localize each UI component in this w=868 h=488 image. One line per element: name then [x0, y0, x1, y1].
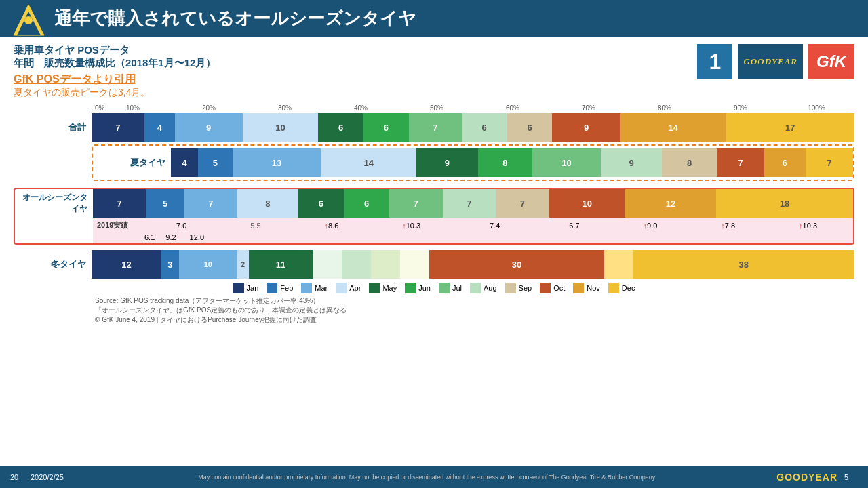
- jisseki-v4: ↑10.3: [402, 222, 420, 230]
- legend-aug: Aug: [470, 283, 497, 293]
- jisseki-r2-v2: 9.2: [165, 233, 176, 241]
- seg-natsu-sep: 8: [662, 148, 716, 177]
- legend-label-apr: Apr: [349, 284, 361, 292]
- legend-jul: Jul: [439, 283, 462, 293]
- seg-fuyu-apr: 2: [237, 250, 249, 279]
- bar-fuyutaiya: 12 3 10 2 11 30 38: [92, 250, 854, 279]
- seg-natsu-dec: 7: [806, 148, 853, 177]
- seg-all-oct: 10: [549, 189, 625, 218]
- legend-apr: Apr: [336, 283, 361, 293]
- legend-feb: Feb: [267, 283, 293, 293]
- legend-color-oct: [540, 283, 551, 293]
- legend-jun: Jun: [405, 283, 431, 293]
- seg-gokei-jul: 7: [409, 113, 462, 142]
- seg-fuyu-oct: 30: [429, 250, 604, 279]
- svg-point-2: [24, 16, 33, 24]
- legend-dec: Dec: [608, 283, 635, 293]
- seg-fuyu-blank2: [342, 250, 371, 279]
- row-label-gokei: 合計: [14, 121, 92, 134]
- footer-date: 2020/2/25: [31, 473, 78, 481]
- seg-gokei-nov: 14: [620, 113, 726, 142]
- badge-number: 1: [697, 44, 732, 79]
- legend-label-sep: Sep: [519, 284, 532, 292]
- legend-color-nov: [573, 283, 584, 293]
- jisseki-r2-v3: 12.0: [190, 233, 204, 241]
- subtitle-left: 乗用車タイヤ POSデータ 年間 販売数量構成比（2018年1月〜12月） Gf…: [14, 44, 216, 99]
- seg-fuyu-blank1: [313, 250, 342, 279]
- seg-fuyu-feb: 3: [161, 250, 179, 279]
- subtitle-right: 1 GOODYEAR GfK: [697, 44, 854, 79]
- seg-gokei-dec: 17: [726, 113, 854, 142]
- jisseki-v5: 7.4: [490, 222, 500, 230]
- seg-fuyu-jan: 12: [92, 250, 161, 279]
- seg-all-may: 6: [298, 189, 344, 218]
- gfk-logo: GfK: [808, 44, 854, 79]
- legend-color-feb: [267, 283, 277, 293]
- dashed-natsutaiya-box: 夏タイヤ 4 5 13 14 9 8 10 9 8 7 6 7: [92, 144, 854, 181]
- jisseki-label: 2019実績: [97, 220, 144, 230]
- header-bar: 通年で購入されているオールシーズンタイヤ: [0, 0, 868, 37]
- seg-gokei-mar: 9: [175, 113, 243, 142]
- jisseki-row2-vals: 6.1 9.2 12.0: [144, 233, 849, 241]
- seg-fuyu-may: 11: [249, 250, 313, 279]
- seg-gokei-oct: 9: [552, 113, 620, 142]
- seg-natsu-jan: 4: [171, 148, 198, 177]
- spacer1: [14, 182, 854, 186]
- seg-all-aug: 7: [443, 189, 496, 218]
- legend-label-dec: Dec: [622, 284, 635, 292]
- bar-natsutaiya: 4 5 13 14 9 8 10 9 8 7 6 7: [171, 148, 853, 177]
- seg-gokei-jan: 7: [92, 113, 144, 142]
- footer-disclaimer: May contain confidential and/or propriet…: [78, 474, 776, 481]
- subtitle-title-line2: 年間 販売数量構成比（2018年1月〜12月）: [14, 57, 216, 70]
- seg-fuyu-dec: 38: [633, 250, 854, 279]
- legend-nov: Nov: [573, 283, 600, 293]
- legend-color-aug: [470, 283, 481, 293]
- seg-natsu-feb: 5: [198, 148, 232, 177]
- jisseki-v8: ↑7.8: [721, 222, 735, 230]
- legend-label-feb: Feb: [280, 284, 293, 292]
- seg-natsu-may: 9: [416, 148, 478, 177]
- legend-label-jan: Jan: [247, 284, 259, 292]
- legend-color-may: [369, 283, 380, 293]
- seg-all-dec: 18: [716, 189, 853, 218]
- legend-color-mar: [301, 283, 312, 293]
- legend-label-oct: Oct: [553, 284, 565, 292]
- header-logo-icon: [7, 1, 51, 39]
- legend-color-sep: [505, 283, 516, 293]
- legend-oct: Oct: [540, 283, 565, 293]
- seg-natsu-mar: 13: [233, 148, 321, 177]
- row-fuyutaiya: 冬タイヤ 12 3 10 2 11 30 38: [14, 250, 854, 279]
- seg-all-jan: 7: [93, 189, 146, 218]
- source-line1: Source: GfK POS tracking data（アフターマーケット推…: [95, 296, 854, 306]
- legend-label-aug: Aug: [484, 284, 497, 292]
- legend-label-may: May: [382, 284, 397, 292]
- chart-legend: Jan Feb Mar Apr May Jun: [14, 283, 854, 293]
- bar-allseason: 7 5 7 8 6 6 7 7 7 10 12 18: [93, 189, 853, 218]
- row-gokei: 合計 7 4 9 10 6 6 7 6 6 9 14 17: [14, 113, 854, 142]
- seg-natsu-nov: 6: [764, 148, 805, 177]
- seg-gokei-feb: 4: [144, 113, 175, 142]
- slide-footer: 20 2020/2/25 May contain confidential an…: [0, 466, 868, 488]
- legend-label-jun: Jun: [418, 284, 431, 292]
- seg-gokei-sep: 6: [507, 113, 553, 142]
- legend-mar: Mar: [301, 283, 328, 293]
- jisseki-v2: 5.5: [250, 222, 260, 230]
- seg-all-sep: 7: [496, 189, 549, 218]
- seg-natsu-jun: 8: [478, 148, 532, 177]
- jisseki-v1: 7.0: [176, 222, 186, 230]
- seg-gokei-jun: 6: [363, 113, 409, 142]
- jisseki-row2-area: 6.1 9.2 12.0: [93, 232, 853, 243]
- seg-gokei-may: 6: [318, 113, 363, 142]
- seg-fuyu-blank4: [400, 250, 429, 279]
- seg-all-jun: 6: [344, 189, 389, 218]
- jisseki-area: 2019実績 7.0 5.5 ↑8.6 ↑10.3 7.4 6.7 ↑9.0 ↑…: [93, 218, 853, 232]
- footer-page-left: 20: [10, 473, 31, 481]
- slide-container: 通年で購入されているオールシーズンタイヤ 乗用車タイヤ POSデータ 年間 販売…: [0, 0, 868, 488]
- seg-natsu-aug: 9: [601, 148, 663, 177]
- legend-color-jul: [439, 283, 450, 293]
- seg-gokei-aug: 6: [462, 113, 507, 142]
- seg-all-feb: 5: [146, 189, 184, 218]
- subtitle-note: 夏タイヤの販売ピークは3,4月。: [14, 87, 216, 99]
- goodyear-logo: GOODYEAR: [738, 44, 803, 79]
- row-label-fuyutaiya: 冬タイヤ: [14, 258, 92, 270]
